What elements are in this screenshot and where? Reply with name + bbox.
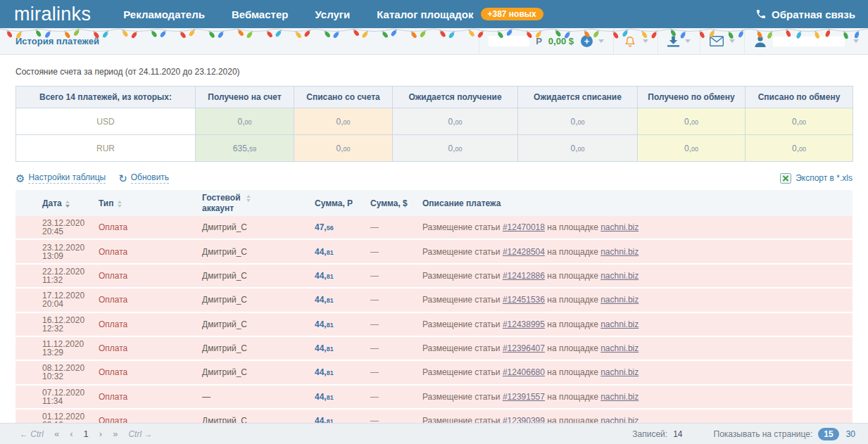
chevron-down-icon[interactable] (643, 39, 648, 43)
chevron-down-icon[interactable] (853, 39, 859, 43)
nav-item-webmaster[interactable]: Вебмастер (232, 8, 288, 20)
site-link[interactable]: nachni.biz (600, 367, 639, 377)
export-xls-label: Экспорт в *.xls (795, 173, 853, 183)
summary-row-usd: USD0,000,000,000,000,000,00 (16, 108, 853, 135)
add-funds-button[interactable]: + (581, 35, 593, 47)
logo[interactable]: miralinks (14, 4, 91, 25)
site-link[interactable]: nachni.biz (600, 222, 639, 232)
payment-description: Размещение статьи #12428504 на площадке … (422, 239, 853, 263)
refresh-button[interactable]: ↻ Обновить (118, 172, 169, 184)
column-header-sum-usd: Сумма, $ (370, 190, 422, 216)
payment-sum-rub: 44,81 (315, 264, 370, 288)
chevron-down-icon[interactable] (685, 39, 691, 43)
refresh-label: Обновить (131, 172, 169, 184)
site-link[interactable]: nachni.biz (600, 295, 639, 305)
payment-description: Размещение статьи #12470018 на площадке … (422, 216, 853, 239)
payment-sum-rub: 44,81 (315, 239, 370, 263)
article-link[interactable]: #12396407 (503, 343, 545, 353)
summary-row-rur: RUR635,590,000,000,000,000,00 (16, 135, 853, 162)
summary-column-header: Списано со счета (294, 87, 393, 108)
article-link[interactable]: #12451536 (503, 295, 545, 305)
amount-int: 0, (570, 144, 577, 153)
amount-dec: 81 (327, 322, 334, 329)
next-page-button[interactable]: › (99, 429, 102, 439)
amount-int: 0, (684, 144, 691, 153)
article-link[interactable]: #12412886 (503, 271, 545, 281)
chevron-down-icon[interactable] (598, 39, 604, 43)
nav-item-services[interactable]: Услуги (315, 8, 350, 20)
column-header-type[interactable]: Тип (99, 190, 202, 216)
article-link[interactable]: #12428504 (503, 247, 545, 257)
payment-type: Оплата (99, 336, 202, 360)
article-link[interactable]: #12438995 (503, 319, 545, 329)
summary-value: 0,00 (746, 135, 853, 162)
desc-middle: на площадке (545, 319, 600, 329)
notifications-menu[interactable] (613, 28, 658, 54)
amount-int: 0, (448, 144, 455, 153)
balance-widget[interactable]: Р 0,00 $ + (479, 28, 613, 54)
last-page-button[interactable]: » (113, 429, 118, 439)
payment-sum-usd: — (370, 264, 422, 288)
article-link[interactable]: #12391557 (503, 392, 545, 402)
user-menu[interactable] (744, 28, 868, 54)
export-xls-link[interactable]: Экспорт в *.xls (780, 173, 853, 184)
download-icon (667, 36, 679, 47)
payment-date: 16.12.2020 12:32 (15, 312, 99, 336)
column-header-guest[interactable]: Гостевой аккаунт (202, 190, 315, 216)
pagination-bar: ← Ctrl « ‹ 1 › » Ctrl → Записей: 14 Пока… (0, 423, 868, 444)
desc-middle: на площадке (545, 392, 600, 402)
column-header-type-label: Тип (99, 198, 114, 208)
payment-type: Оплата (99, 264, 202, 288)
amount-int: 44, (315, 247, 327, 257)
per-page-option-30[interactable]: 30 (846, 429, 855, 439)
first-page-button[interactable]: « (54, 429, 59, 439)
desc-prefix: Размещение статьи (422, 222, 503, 232)
desc-middle: на площадке (545, 343, 600, 353)
feedback-link[interactable]: Обратная связь (755, 8, 855, 20)
article-link[interactable]: #12406680 (503, 367, 545, 377)
xls-icon (780, 173, 791, 184)
site-link[interactable]: nachni.biz (600, 392, 639, 402)
amount-int: 0, (237, 117, 244, 127)
nav-item-catalog[interactable]: Каталог площадок (377, 8, 473, 20)
redacted-balance-amount (489, 36, 529, 46)
amount-int: 0, (684, 117, 691, 127)
toolbar: История платежей Р 0,00 $ + (0, 28, 868, 55)
current-page[interactable]: 1 (84, 429, 89, 439)
amount-dec: 00 (455, 119, 463, 126)
per-page-option-15[interactable]: 15 (818, 428, 838, 440)
article-link[interactable]: #12470018 (503, 222, 545, 232)
payment-date: 07.12.2020 11:34 (15, 385, 99, 409)
downloads-menu[interactable] (658, 28, 700, 54)
main-nav: РекламодательВебмастерУслугиКаталог площ… (123, 8, 543, 20)
ctrl-prev-hint: ← Ctrl (20, 429, 44, 439)
messages-menu[interactable] (700, 28, 744, 54)
payment-type: Оплата (99, 360, 202, 384)
nav-item-advertiser[interactable]: Рекламодатель (123, 8, 205, 20)
amount-int: 0, (336, 144, 343, 153)
chevron-down-icon[interactable] (729, 39, 735, 43)
prev-page-button[interactable]: ‹ (70, 429, 73, 439)
new-sites-badge[interactable]: +387 новых (481, 8, 543, 20)
desc-prefix: Размещение статьи (422, 392, 503, 402)
sort-icon (246, 195, 251, 202)
amount-dec: 00 (799, 146, 806, 153)
amount-int: 0, (336, 117, 343, 127)
amount-int: 0, (570, 117, 577, 127)
amount-dec: 81 (327, 249, 334, 256)
summary-value: 0,00 (518, 108, 638, 135)
site-link[interactable]: nachni.biz (600, 343, 639, 353)
table-settings-button[interactable]: ⚙ Настройки таблицы (15, 172, 106, 184)
feedback-label: Обратная связь (772, 8, 855, 20)
payment-row: 22.12.2020 11:32ОплатаДмитрий_С44,81—Раз… (15, 264, 853, 288)
desc-prefix: Размещение статьи (422, 271, 503, 281)
site-link[interactable]: nachni.biz (600, 319, 639, 329)
amount-int: 44, (315, 343, 327, 353)
summary-value: 0,00 (393, 108, 518, 135)
payment-date: 22.12.2020 11:32 (15, 264, 99, 288)
phone-icon (755, 8, 767, 20)
payment-date: 23.12.2020 13:09 (15, 239, 99, 263)
column-header-date[interactable]: Дата (15, 190, 99, 216)
site-link[interactable]: nachni.biz (600, 247, 639, 257)
site-link[interactable]: nachni.biz (600, 271, 639, 281)
